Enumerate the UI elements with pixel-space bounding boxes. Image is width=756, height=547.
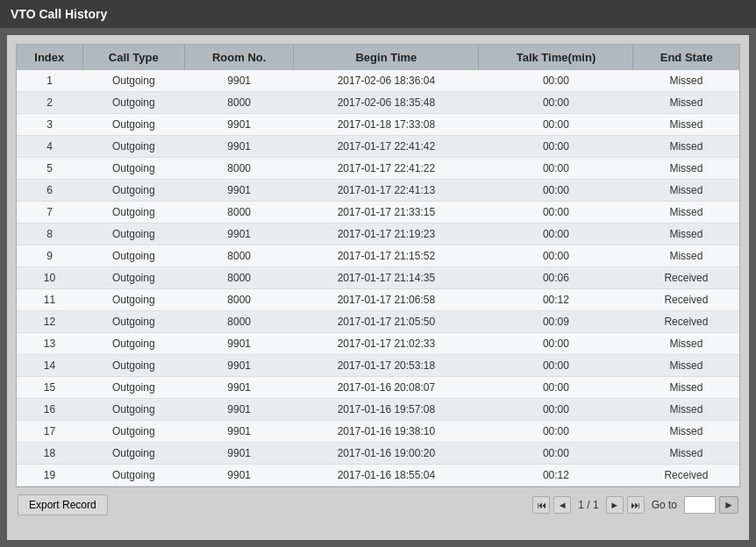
cell-begin_time: 2017-01-17 20:53:18 [294,355,479,377]
cell-begin_time: 2017-01-16 19:38:10 [294,421,479,443]
cell-talk_time: 00:00 [479,70,633,92]
table-row: 9Outgoing80002017-01-17 21:15:5200:00Mis… [17,245,739,267]
cell-index: 6 [17,180,82,202]
table-row: 13Outgoing99012017-01-17 21:02:3300:00Mi… [17,333,739,355]
cell-begin_time: 2017-01-16 19:57:08 [294,399,479,421]
cell-begin_time: 2017-01-17 21:14:35 [294,267,479,289]
cell-call_type: Outgoing [82,267,184,289]
cell-room_no: 9901 [184,180,293,202]
cell-index: 5 [17,158,82,180]
cell-begin_time: 2017-01-17 21:19:23 [294,224,479,245]
cell-call_type: Outgoing [82,355,184,377]
cell-end_state: Missed [633,136,739,158]
table-row: 7Outgoing80002017-01-17 21:33:1500:00Mis… [17,202,739,224]
cell-begin_time: 2017-01-17 22:41:22 [294,158,479,180]
col-index: Index [17,45,82,70]
next-page-button[interactable]: ► [606,496,624,514]
cell-talk_time: 00:00 [479,333,633,355]
cell-end_state: Missed [633,70,739,92]
table-row: 6Outgoing99012017-01-17 22:41:1300:00Mis… [17,180,739,202]
cell-end_state: Missed [633,202,739,224]
cell-index: 11 [17,289,82,311]
cell-end_state: Received [633,311,739,333]
cell-end_state: Missed [633,421,739,443]
cell-index: 2 [17,92,82,114]
table-row: 3Outgoing99012017-01-18 17:33:0800:00Mis… [17,114,739,136]
first-page-button[interactable]: ⏮ [532,496,550,514]
page-title: VTO Call History [11,7,107,21]
cell-call_type: Outgoing [82,377,184,399]
call-history-table: Index Call Type Room No. Begin Time Talk… [17,45,739,487]
cell-room_no: 8000 [184,92,293,114]
table-row: 8Outgoing99012017-01-17 21:19:2300:00Mis… [17,224,739,245]
cell-talk_time: 00:00 [479,399,633,421]
table-row: 10Outgoing80002017-01-17 21:14:3500:06Re… [17,267,739,289]
cell-talk_time: 00:00 [479,224,633,245]
cell-call_type: Outgoing [82,70,184,92]
prev-page-button[interactable]: ◄ [553,496,571,514]
cell-call_type: Outgoing [82,245,184,267]
col-begin-time: Begin Time [294,45,479,70]
cell-index: 18 [17,443,82,465]
goto-label: Go to [648,497,681,513]
cell-call_type: Outgoing [82,465,184,487]
cell-room_no: 9901 [184,421,293,443]
main-container: Index Call Type Room No. Begin Time Talk… [7,35,749,540]
cell-call_type: Outgoing [82,289,184,311]
cell-begin_time: 2017-01-17 21:06:58 [294,289,479,311]
cell-talk_time: 00:00 [479,114,633,136]
cell-room_no: 8000 [184,311,293,333]
cell-talk_time: 00:06 [479,267,633,289]
cell-talk_time: 00:00 [479,377,633,399]
cell-call_type: Outgoing [82,333,184,355]
cell-talk_time: 00:00 [479,180,633,202]
cell-talk_time: 00:00 [479,202,633,224]
table-row: 5Outgoing80002017-01-17 22:41:2200:00Mis… [17,158,739,180]
table-row: 11Outgoing80002017-01-17 21:06:5800:12Re… [17,289,739,311]
cell-end_state: Received [633,289,739,311]
cell-talk_time: 00:12 [479,465,633,487]
cell-index: 16 [17,399,82,421]
cell-end_state: Missed [633,333,739,355]
goto-go-button[interactable]: ► [719,496,738,514]
last-page-button[interactable]: ⏭ [627,496,645,514]
title-bar: VTO Call History [0,0,756,28]
table-row: 4Outgoing99012017-01-17 22:41:4200:00Mis… [17,136,739,158]
cell-room_no: 8000 [184,289,293,311]
cell-room_no: 9901 [184,355,293,377]
table-wrapper: Index Call Type Room No. Begin Time Talk… [16,44,740,487]
table-row: 15Outgoing99012017-01-16 20:08:0700:00Mi… [17,377,739,399]
cell-end_state: Missed [633,377,739,399]
cell-begin_time: 2017-01-17 21:05:50 [294,311,479,333]
cell-end_state: Missed [633,92,739,114]
cell-begin_time: 2017-01-17 21:33:15 [294,202,479,224]
cell-room_no: 8000 [184,158,293,180]
cell-room_no: 9901 [184,70,293,92]
cell-call_type: Outgoing [82,136,184,158]
cell-end_state: Missed [633,180,739,202]
export-record-button[interactable]: Export Record [18,494,108,515]
cell-room_no: 9901 [184,136,293,158]
page-info: 1 / 1 [574,497,602,513]
col-end-state: End State [633,45,739,70]
cell-end_state: Missed [633,224,739,245]
cell-index: 1 [17,70,82,92]
cell-index: 8 [17,224,82,245]
cell-index: 19 [17,465,82,487]
cell-talk_time: 00:12 [479,289,633,311]
cell-begin_time: 2017-02-06 18:35:48 [294,92,479,114]
cell-call_type: Outgoing [82,421,184,443]
cell-begin_time: 2017-01-16 18:55:04 [294,465,479,487]
cell-room_no: 9901 [184,114,293,136]
col-room-no: Room No. [184,45,293,70]
cell-begin_time: 2017-01-16 20:08:07 [294,377,479,399]
cell-end_state: Received [633,465,739,487]
cell-call_type: Outgoing [82,202,184,224]
cell-index: 7 [17,202,82,224]
table-row: 2Outgoing80002017-02-06 18:35:4800:00Mis… [17,92,739,114]
cell-end_state: Missed [633,355,739,377]
table-header-row: Index Call Type Room No. Begin Time Talk… [17,45,739,70]
goto-input[interactable] [684,496,716,514]
table-row: 18Outgoing99012017-01-16 19:00:2000:00Mi… [17,443,739,465]
cell-begin_time: 2017-01-17 22:41:13 [294,180,479,202]
